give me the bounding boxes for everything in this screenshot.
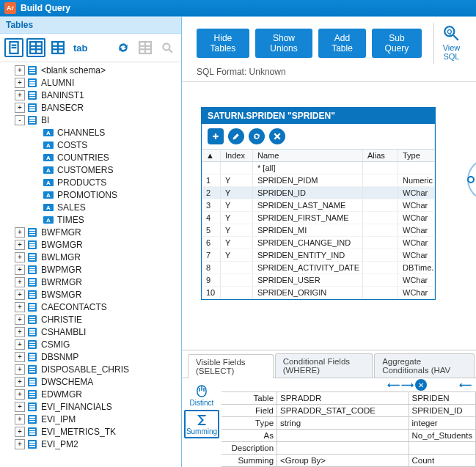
column-row[interactable]: 2YSPRIDEN_IDWChar: [202, 187, 435, 199]
tree-node[interactable]: +EDWMGR: [1, 388, 181, 400]
column-row[interactable]: 3YSPRIDEN_LAST_NAMEWChar: [202, 199, 435, 212]
add-field-icon[interactable]: [208, 128, 224, 144]
tree-node[interactable]: +BWGMGR: [1, 238, 181, 251]
expand-icon[interactable]: +: [15, 327, 25, 337]
column-row[interactable]: 4YSPRIDEN_FIRST_NAMEWChar: [202, 212, 435, 224]
close-icon[interactable]: [269, 128, 285, 144]
cell-table-0[interactable]: SPRADDR: [277, 392, 409, 405]
column-row[interactable]: 5YSPRIDEN_MIWChar: [202, 224, 435, 237]
join-node[interactable]: [467, 176, 475, 183]
distinct-button[interactable]: Distinct: [184, 383, 219, 408]
tree-node[interactable]: +CSHAMBLI: [1, 326, 181, 338]
column-row[interactable]: 8SPRIDEN_ACTIVITY_DATEDBTime...: [202, 262, 435, 274]
expand-icon[interactable]: +: [15, 427, 25, 437]
cell-as-0[interactable]: [277, 430, 409, 442]
cell-type-0[interactable]: string: [277, 417, 409, 430]
cell-summing-1[interactable]: Count: [409, 455, 475, 467]
tables-tree[interactable]: +<blank schema>+ALUMNI+BANINST1+BANSECR-…: [0, 62, 181, 467]
tree-node[interactable]: +BWLMGR: [1, 251, 181, 263]
expand-icon[interactable]: +: [15, 252, 25, 262]
tree-node[interactable]: SALES: [1, 201, 181, 213]
cell-desc-1[interactable]: [409, 442, 475, 455]
tree-node[interactable]: +<blank schema>: [1, 64, 181, 76]
refresh-icon[interactable]: [114, 38, 133, 57]
expand-icon[interactable]: +: [15, 78, 25, 88]
col-alias[interactable]: Alias: [363, 150, 398, 161]
col-name[interactable]: Name: [253, 150, 363, 161]
table-spriden[interactable]: SATURN.SPRIDEN "SPRIDEN" ▲ Index Name Al…: [201, 107, 436, 300]
tree-node[interactable]: +BANINST1: [1, 89, 181, 101]
tree-node[interactable]: +EVI_FINANCIALS: [1, 400, 181, 413]
tree-node[interactable]: +EVI_IPM: [1, 413, 181, 425]
tree-node[interactable]: +BANSECR: [1, 101, 181, 114]
expand-icon[interactable]: +: [15, 315, 25, 325]
expand-icon[interactable]: -: [15, 115, 25, 125]
table-refresh-icon[interactable]: [249, 128, 265, 144]
tab-conditional-fields[interactable]: Conditional Fields (WHERE): [275, 353, 373, 378]
cell-field-0[interactable]: SPRADDR_STAT_CODE: [277, 405, 409, 417]
expand-icon[interactable]: +: [15, 290, 25, 300]
columns-grid[interactable]: * [all]1YSPRIDEN_PIDMNumeric2YSPRIDEN_ID…: [202, 162, 435, 299]
cell-desc-0[interactable]: [277, 442, 409, 455]
view-grid-icon[interactable]: [26, 38, 45, 57]
tree-node[interactable]: CHANNELS: [1, 126, 181, 139]
col-index[interactable]: Index: [221, 150, 253, 161]
expand-icon[interactable]: +: [15, 364, 25, 375]
expand-icon[interactable]: +: [15, 65, 25, 76]
tree-node[interactable]: +BWSMGR: [1, 288, 181, 301]
view-sql-button[interactable]: View SQL: [433, 23, 469, 64]
tree-node[interactable]: TIMES: [1, 213, 181, 226]
expand-icon[interactable]: +: [15, 103, 25, 113]
tree-node[interactable]: PROMOTIONS: [1, 188, 181, 201]
tree-node[interactable]: +BWPMGR: [1, 263, 181, 276]
column-row[interactable]: 10SPRIDEN_ORIGINWChar: [202, 287, 435, 299]
query-canvas[interactable]: SATURN.SPRIDEN "SPRIDEN" ▲ Index Name Al…: [182, 81, 476, 350]
nav-close-icon[interactable]: ✕: [415, 379, 427, 391]
expand-icon[interactable]: +: [15, 377, 25, 387]
tree-node[interactable]: +EVI_PM2: [1, 438, 181, 450]
tree-node[interactable]: +BWRMGR: [1, 276, 181, 288]
tree-node[interactable]: +CAECONTACTS: [1, 301, 181, 313]
tree-node[interactable]: PRODUCTS: [1, 176, 181, 188]
tree-node[interactable]: +DWSCHEMA: [1, 375, 181, 388]
tab-button[interactable]: tab: [70, 38, 91, 57]
expand-icon[interactable]: +: [15, 402, 25, 412]
tree-node[interactable]: +ALUMNI: [1, 76, 181, 89]
expand-icon[interactable]: +: [15, 389, 25, 400]
tree-node[interactable]: +BWFMGR: [1, 226, 181, 238]
cell-table-1[interactable]: SPRIDEN: [409, 392, 475, 405]
add-table-button[interactable]: Add Table: [318, 29, 366, 58]
summing-button[interactable]: Summing: [184, 410, 219, 438]
expand-icon[interactable]: +: [15, 414, 25, 424]
tree-node[interactable]: -BI: [1, 114, 181, 126]
expand-icon[interactable]: +: [15, 439, 25, 449]
col-sort-icon[interactable]: ▲: [202, 150, 221, 161]
expand-icon[interactable]: +: [15, 339, 25, 350]
cell-as-1[interactable]: No_of_Students: [409, 430, 475, 442]
nav-left-icon[interactable]: ⟵: [387, 380, 400, 390]
expand-icon[interactable]: +: [15, 302, 25, 312]
edit-icon[interactable]: [228, 128, 244, 144]
nav-right-icon[interactable]: ⟶: [401, 380, 414, 390]
tree-node[interactable]: +DBSNMP: [1, 350, 181, 363]
search-icon[interactable]: [158, 38, 177, 57]
cell-type-1[interactable]: integer: [409, 417, 475, 430]
cell-summing-0[interactable]: <Group By>: [277, 455, 409, 467]
expand-icon[interactable]: +: [15, 90, 25, 100]
column-row[interactable]: * [all]: [202, 162, 435, 174]
expand-icon[interactable]: +: [15, 240, 25, 250]
tree-node[interactable]: +EVI_METRICS_TK: [1, 425, 181, 438]
expand-icon[interactable]: +: [15, 227, 25, 238]
column-row[interactable]: 9SPRIDEN_USERWChar: [202, 274, 435, 287]
nav-left2-icon[interactable]: ⟵: [459, 380, 472, 390]
column-row[interactable]: 1YSPRIDEN_PIDMNumeric: [202, 174, 435, 187]
view-list-icon[interactable]: [4, 38, 23, 57]
tree-node[interactable]: +DISPOSABLE_CHRIS: [1, 363, 181, 375]
tree-node[interactable]: CUSTOMERS: [1, 163, 181, 176]
table-title[interactable]: SATURN.SPRIDEN "SPRIDEN": [202, 108, 435, 124]
sub-query-button[interactable]: Sub Query: [372, 29, 422, 58]
tree-node[interactable]: +CHRISTIE: [1, 313, 181, 326]
expand-icon[interactable]: +: [15, 352, 25, 362]
tree-node[interactable]: COUNTRIES: [1, 151, 181, 163]
column-row[interactable]: 7YSPRIDEN_ENTITY_INDWChar: [202, 249, 435, 262]
